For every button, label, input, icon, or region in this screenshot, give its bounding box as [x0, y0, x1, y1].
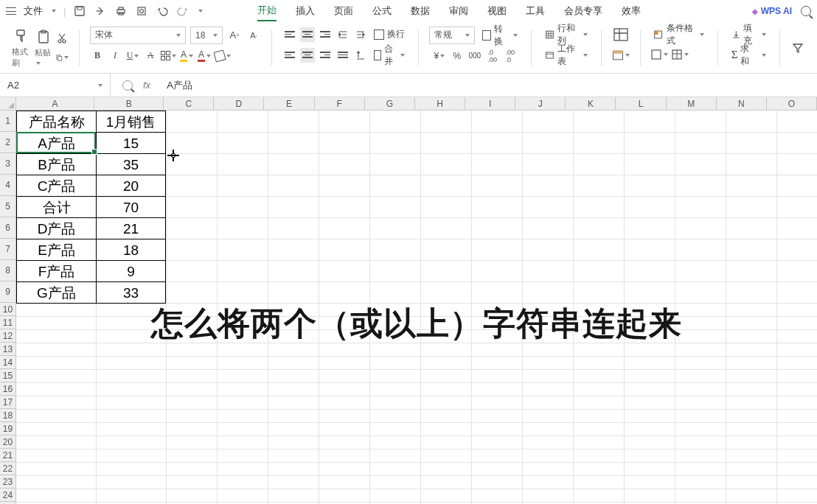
row-header[interactable]: 1: [0, 111, 15, 132]
cut-icon[interactable]: [55, 32, 69, 45]
col-header-G[interactable]: G: [365, 97, 415, 110]
name-box[interactable]: A2: [0, 74, 111, 97]
convert-button[interactable]: 转换: [479, 27, 521, 43]
row-header[interactable]: 11: [0, 316, 15, 329]
col-header-K[interactable]: K: [566, 97, 616, 110]
tab-member[interactable]: 会员专享: [564, 1, 602, 21]
table-style-icon[interactable]: [612, 47, 630, 63]
cell-style-icon[interactable]: [650, 47, 668, 62]
row-header[interactable]: 21: [0, 449, 15, 462]
col-header-I[interactable]: I: [465, 97, 515, 110]
cell[interactable]: 70: [97, 197, 166, 218]
row-col-button[interactable]: 行和列: [542, 27, 591, 43]
share-icon[interactable]: [94, 4, 107, 18]
number-format-select[interactable]: 常规: [429, 27, 475, 44]
freeze-panes-icon[interactable]: [612, 27, 630, 43]
filter-icon[interactable]: [790, 41, 805, 55]
underline-button[interactable]: U: [125, 49, 140, 63]
qa-more-caret-icon[interactable]: [198, 10, 203, 13]
row-header[interactable]: 5: [0, 196, 15, 217]
font-size-select[interactable]: 18: [190, 27, 223, 44]
copy-icon[interactable]: [55, 51, 69, 64]
cell[interactable]: G产品: [17, 282, 97, 304]
row-header[interactable]: 7: [0, 239, 15, 260]
row-header[interactable]: 3: [0, 153, 15, 175]
search-icon[interactable]: [801, 6, 811, 16]
row-header[interactable]: 22: [0, 462, 15, 475]
col-header-B[interactable]: B: [94, 97, 164, 110]
percent-icon[interactable]: %: [450, 49, 465, 63]
tab-start[interactable]: 开始: [257, 1, 277, 21]
cell[interactable]: 15: [97, 133, 166, 154]
col-header-M[interactable]: M: [667, 97, 717, 110]
select-all-corner[interactable]: [0, 97, 16, 110]
hamburger-icon[interactable]: [6, 7, 16, 15]
row-header[interactable]: 13: [0, 343, 15, 356]
formula-content[interactable]: A产品: [161, 79, 817, 92]
justify-icon[interactable]: [336, 48, 350, 63]
row-header[interactable]: 6: [0, 217, 15, 239]
row-header[interactable]: 18: [0, 409, 15, 422]
col-header-O[interactable]: O: [767, 97, 817, 110]
cell[interactable]: 21: [97, 218, 166, 239]
worksheet-button[interactable]: 工作表: [542, 47, 591, 63]
cell[interactable]: D产品: [17, 218, 97, 239]
font-name-select[interactable]: 宋体: [90, 27, 186, 44]
row-header[interactable]: 9: [0, 281, 15, 303]
italic-button[interactable]: I: [108, 49, 122, 63]
format-painter-icon[interactable]: [13, 27, 30, 45]
col-header-D[interactable]: D: [214, 97, 264, 110]
format-as-table-icon[interactable]: [671, 47, 689, 62]
fill-button[interactable]: 填充: [729, 27, 770, 43]
row-header[interactable]: 23: [0, 475, 15, 489]
strikethrough-button[interactable]: A: [143, 49, 158, 63]
row-header[interactable]: 24: [0, 489, 15, 502]
tab-insert[interactable]: 插入: [296, 1, 315, 21]
row-header[interactable]: 4: [0, 175, 15, 196]
align-middle-icon[interactable]: [300, 27, 315, 42]
paste-icon[interactable]: [35, 28, 52, 46]
print-icon[interactable]: [114, 4, 128, 18]
indent-increase-icon[interactable]: [353, 27, 368, 42]
row-header[interactable]: 2: [0, 132, 15, 153]
undo-icon[interactable]: [156, 4, 169, 18]
print-preview-icon[interactable]: [135, 4, 148, 18]
row-header[interactable]: 10: [0, 303, 15, 316]
row-header[interactable]: 19: [0, 422, 15, 435]
row-header[interactable]: 14: [0, 356, 15, 369]
increase-font-icon[interactable]: A+: [227, 28, 242, 43]
cell[interactable]: A产品: [17, 133, 97, 154]
cell[interactable]: C产品: [17, 175, 97, 197]
borders-button[interactable]: [161, 49, 176, 63]
col-header-H[interactable]: H: [415, 97, 465, 110]
col-header-C[interactable]: C: [164, 97, 214, 110]
col-header-J[interactable]: J: [515, 97, 566, 110]
align-center-icon[interactable]: [300, 48, 315, 63]
decrease-decimal-icon[interactable]: .0.00: [485, 49, 500, 63]
cell[interactable]: 33: [97, 282, 166, 304]
cell[interactable]: 9: [97, 261, 166, 282]
tab-efficiency[interactable]: 效率: [622, 1, 641, 21]
bold-button[interactable]: B: [90, 49, 105, 63]
row-header[interactable]: 20: [0, 435, 15, 449]
tab-formula[interactable]: 公式: [372, 1, 392, 21]
wps-ai-button[interactable]: WPS AI: [752, 6, 792, 16]
tab-tools[interactable]: 工具: [526, 1, 545, 21]
row-header[interactable]: 12: [0, 329, 15, 343]
tab-page[interactable]: 页面: [334, 1, 353, 21]
highlight-color-button[interactable]: A: [179, 49, 194, 63]
tab-review[interactable]: 审阅: [449, 1, 468, 21]
cell[interactable]: B产品: [17, 154, 97, 175]
orientation-icon[interactable]: [353, 48, 368, 63]
decrease-font-icon[interactable]: A-: [246, 28, 261, 43]
align-right-icon[interactable]: [318, 48, 333, 63]
tab-view[interactable]: 视图: [487, 1, 507, 21]
cell[interactable]: 20: [97, 175, 166, 197]
row-header[interactable]: 8: [0, 260, 15, 281]
row-header[interactable]: 17: [0, 396, 15, 409]
col-header-E[interactable]: E: [264, 97, 314, 110]
align-left-icon[interactable]: [282, 48, 297, 63]
row-header[interactable]: 16: [0, 382, 15, 396]
file-menu[interactable]: 文件: [24, 4, 43, 18]
indent-decrease-icon[interactable]: [336, 27, 350, 42]
